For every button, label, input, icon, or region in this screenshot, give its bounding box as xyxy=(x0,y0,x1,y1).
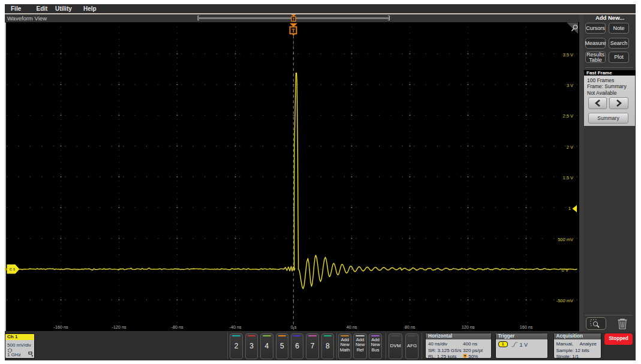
svg-text:1.5 V: 1.5 V xyxy=(562,175,573,181)
svg-text:120 ns: 120 ns xyxy=(462,324,475,329)
svg-text:-500 mV: -500 mV xyxy=(556,298,573,303)
svg-text:3.5 V: 3.5 V xyxy=(562,52,573,57)
svg-text:0 V: 0 V xyxy=(562,267,568,272)
svg-text:-40 ns: -40 ns xyxy=(230,324,242,329)
svg-text:40 ns: 40 ns xyxy=(347,324,357,329)
svg-text:500 mV: 500 mV xyxy=(558,236,573,242)
svg-text:3 V: 3 V xyxy=(567,83,573,88)
svg-text:2.5 V: 2.5 V xyxy=(562,113,573,119)
svg-text:-160 ns: -160 ns xyxy=(54,324,68,329)
svg-text:T: T xyxy=(292,27,296,33)
svg-text:C 1: C 1 xyxy=(10,267,16,271)
svg-text:2 V: 2 V xyxy=(567,144,573,149)
svg-text:-80 ns: -80 ns xyxy=(171,324,183,329)
svg-text:1: 1 xyxy=(568,206,571,211)
svg-text:160 ns: 160 ns xyxy=(520,324,533,329)
svg-text:-120 ns: -120 ns xyxy=(112,324,127,329)
svg-text:80 ns: 80 ns xyxy=(405,324,416,329)
